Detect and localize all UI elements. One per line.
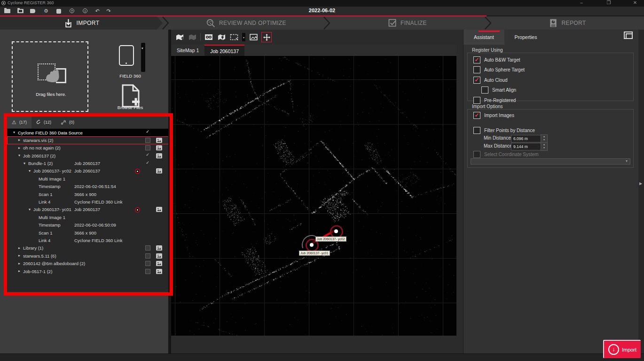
register-option[interactable]: ✓Smart Align — [481, 86, 633, 94]
tree-row[interactable]: Scan 13666 x 900 — [7, 190, 170, 198]
tab-report[interactable]: REPORT — [491, 16, 644, 30]
max-distance-stepper[interactable]: ▲▼ — [541, 142, 548, 151]
point-cloud-viewport[interactable]: Job 2060137- yc01Job 2060137- yc02 — [171, 56, 456, 336]
filter-points-option[interactable]: ✓ Filter Points by Distance — [473, 127, 535, 134]
register-option-checkbox[interactable]: ✓ — [473, 97, 480, 104]
tree-row-checkbox[interactable] — [145, 138, 150, 143]
thumbnail-image-icon[interactable] — [156, 269, 162, 274]
tree-row[interactable]: ▾Job 2060137 (2)✓ — [7, 152, 170, 159]
add-sitemap-icon[interactable] — [175, 32, 184, 42]
image-view-icon[interactable] — [249, 32, 258, 42]
tab-import[interactable]: IMPORT — [0, 16, 163, 30]
field360-slider[interactable] — [141, 43, 145, 72]
tree-caret-icon[interactable]: ▸ — [18, 261, 20, 266]
scan-position-icon[interactable] — [217, 32, 226, 42]
thumbnail-image-icon[interactable] — [156, 153, 162, 158]
tree-row[interactable]: ▸starwars.5.11 (6) — [7, 252, 170, 259]
toolbar-separator — [200, 33, 201, 41]
maximize-button[interactable]: ❐ — [604, 0, 614, 5]
tree-caret-icon[interactable]: ▾ — [18, 153, 20, 157]
tree-caret-icon[interactable]: ▸ — [18, 269, 20, 273]
tree-row-checkbox[interactable] — [145, 145, 150, 150]
tree-caret-icon[interactable]: ▾ — [13, 130, 15, 134]
min-distance-stepper[interactable]: ▲▼ — [541, 134, 548, 143]
register-option[interactable]: ✓Auto Cloud — [473, 77, 633, 84]
import-images-checkbox[interactable]: ✓ — [473, 112, 480, 119]
tree-row[interactable]: Timestamp2022-06-02-06:51:54 — [7, 183, 170, 190]
move-tool-icon[interactable] — [261, 32, 272, 42]
tree-caret-icon[interactable]: ▸ — [18, 253, 20, 258]
tree-row[interactable]: Link 4Cyclone FIELD 360 Link — [7, 198, 170, 206]
tree-row-checkbox[interactable]: ✓ — [145, 152, 150, 157]
tree-row[interactable]: Multi Image 1 — [7, 213, 170, 221]
minimize-button[interactable]: – — [576, 0, 587, 5]
register-option-checkbox[interactable]: ✓ — [473, 56, 480, 63]
tab-finalize[interactable]: FINALIZE — [330, 16, 485, 30]
tree-row[interactable]: ▸starwars.vis (2) — [7, 136, 170, 144]
tree-row[interactable]: Timestamp2022-06-02-06:50:09 — [7, 221, 170, 229]
tree-row-label: Scan 1 — [39, 192, 53, 197]
thumbnail-image-icon[interactable] — [156, 245, 162, 251]
tree-row-checkbox[interactable]: ✓ — [145, 160, 150, 165]
tree-rows: ▾Cyclone FIELD 360 Data Source✓▸starwars… — [7, 129, 170, 275]
tab-sitemap-1[interactable]: SiteMap 1 — [171, 45, 204, 56]
marquee-select-icon[interactable] — [229, 32, 239, 42]
tree-caret-icon[interactable]: ▾ — [24, 161, 25, 165]
marquee-dropdown[interactable]: ▾ — [242, 33, 245, 41]
register-option-checkbox[interactable]: ✓ — [473, 66, 480, 73]
thumbnail-image-icon[interactable] — [156, 168, 162, 173]
import-images-option[interactable]: ✓ Import Images — [473, 112, 514, 119]
import-button[interactable]: ↓ Import — [603, 340, 641, 358]
tree-row[interactable]: ▾Bundle-1 (2)Job 2060137✓ — [7, 160, 170, 167]
expand-panel-arrow[interactable]: ▶ — [639, 181, 642, 186]
tree-caret-icon[interactable]: ▸ — [18, 246, 20, 250]
thumbnail-image-icon[interactable] — [156, 145, 162, 150]
tree-row-checkbox[interactable] — [145, 261, 150, 266]
tab-properties[interactable]: Properties — [504, 30, 548, 45]
register-option[interactable]: ✓Auto Sphere Target — [473, 66, 633, 73]
tree-tab-attachments[interactable]: (12) — [31, 116, 56, 128]
min-distance-field[interactable]: 6.096 m — [511, 135, 541, 142]
close-button[interactable]: ✕ — [630, 0, 640, 5]
tree-row[interactable]: Multi Image 1 — [7, 175, 170, 182]
tree-row[interactable]: ▸Library (1) — [7, 244, 170, 252]
remove-sitemap-icon[interactable] — [188, 32, 197, 42]
coordinate-system-dropdown[interactable] — [471, 158, 630, 165]
tree-row[interactable]: ▾Job 2060137- yc01Job 2060137 — [7, 206, 170, 213]
tree-row-checkbox[interactable] — [145, 269, 150, 274]
tab-job-2060137[interactable]: Job 2060137 — [204, 45, 244, 57]
thumbnail-image-icon[interactable] — [156, 207, 162, 212]
tree-row-checkbox[interactable] — [145, 245, 150, 251]
tree-row[interactable]: ▸2060142 @6m albedoboard (2) — [7, 260, 170, 267]
register-option-checkbox[interactable]: ✓ — [473, 77, 480, 84]
thumbnail-image-icon[interactable] — [156, 261, 162, 266]
tree-tab-issues[interactable]: ⚠ (17) — [7, 116, 31, 128]
tree-row[interactable]: ▾Cyclone FIELD 360 Data Source✓ — [7, 129, 170, 136]
select-coordinate-checkbox[interactable]: ✓ — [473, 151, 480, 158]
field360-device-icon[interactable] — [119, 45, 134, 66]
register-option[interactable]: ✓Auto B&W Target — [473, 56, 633, 63]
tree-caret-icon[interactable]: ▾ — [29, 169, 31, 173]
tree-row[interactable]: Link 4Cyclone FIELD 360 Link — [7, 236, 170, 244]
tree-row[interactable]: ▾Job 2060137- yc02Job 2060137 — [7, 167, 170, 175]
register-option-checkbox[interactable]: ✓ — [481, 86, 488, 94]
register-option[interactable]: ✓Pre-Registered — [473, 97, 633, 104]
tree-row-checkbox[interactable]: ✓ — [145, 129, 150, 134]
filter-points-checkbox[interactable]: ✓ — [473, 127, 480, 134]
tree-caret-icon[interactable]: ▸ — [18, 138, 20, 142]
thumbnail-image-icon[interactable] — [156, 253, 162, 259]
tree-caret-icon[interactable]: ▾ — [29, 207, 31, 212]
tree-caret-icon[interactable]: ▸ — [18, 146, 20, 150]
thumbnail-image-icon[interactable] — [156, 138, 162, 143]
undock-panel-icon[interactable] — [626, 33, 633, 39]
max-distance-field[interactable]: 9.144 m — [511, 143, 541, 150]
tree-row-checkbox[interactable] — [145, 253, 150, 259]
tab-review-and-optimize[interactable]: REVIEW AND OPTIMIZE — [168, 16, 324, 30]
tree-row[interactable]: ▸Job-0517-1 (2) — [7, 267, 170, 275]
drag-files-dropzone[interactable]: Drag files here. — [12, 41, 88, 112]
auto-target-icon[interactable] — [204, 32, 213, 42]
tree-tab-targets[interactable]: (0) — [56, 116, 79, 128]
tree-row[interactable]: Scan 13666 x 900 — [7, 229, 170, 236]
tree-row[interactable]: ▸oh no not again (2) — [7, 144, 170, 152]
select-coordinate-option[interactable]: ✓ Select Coordinate System — [473, 151, 539, 158]
